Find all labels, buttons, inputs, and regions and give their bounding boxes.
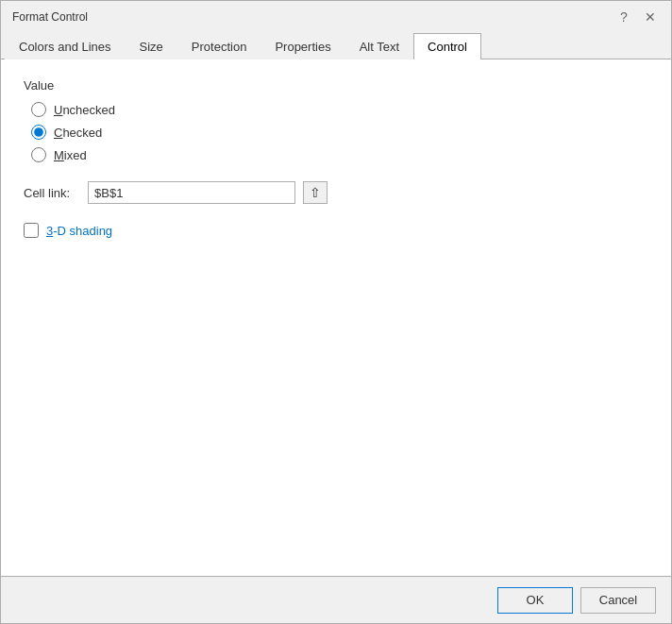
radio-label-unchecked: Unchecked [54,103,115,117]
shading-checkbox[interactable] [24,223,39,238]
radio-label-mixed: Mixed [54,148,87,162]
tab-protection[interactable]: Protection [177,33,261,59]
value-section-label: Value [24,78,648,93]
cell-link-select-button[interactable]: ⇧ [303,181,328,204]
tab-size[interactable]: Size [126,33,177,59]
radio-checked[interactable] [31,125,46,140]
radio-item-checked[interactable]: Checked [31,125,648,140]
dialog-content: Value Unchecked Checked Mixed Cell link: [1,59,671,576]
help-button[interactable]: ? [614,8,633,26]
radio-unchecked[interactable] [31,102,46,117]
cell-link-label: Cell link: [24,186,80,200]
shading-checkbox-row: 3-D shading [24,223,648,238]
dialog-title: Format Control [12,10,88,24]
cell-link-input[interactable] [88,181,295,204]
collapse-icon: ⇧ [310,185,321,200]
tab-colors-lines[interactable]: Colors and Lines [5,33,126,59]
close-button[interactable]: ✕ [641,8,660,26]
ok-button[interactable]: OK [497,587,573,614]
radio-mixed[interactable] [31,147,46,162]
radio-item-unchecked[interactable]: Unchecked [31,102,648,117]
value-radio-group: Unchecked Checked Mixed [31,102,648,162]
title-bar-right: ? ✕ [614,8,660,26]
tabs-container: Colors and Lines Size Protection Propert… [1,33,671,59]
tab-control[interactable]: Control [413,33,481,59]
radio-item-mixed[interactable]: Mixed [31,147,648,162]
dialog-footer: OK Cancel [1,576,671,623]
cancel-button[interactable]: Cancel [580,587,656,614]
title-bar: Format Control ? ✕ [1,1,671,33]
tab-properties[interactable]: Properties [260,33,344,59]
format-control-dialog: Format Control ? ✕ Colors and Lines Size… [0,0,672,624]
cell-link-row: Cell link: ⇧ [24,181,648,204]
title-bar-left: Format Control [12,10,88,24]
tab-alt-text[interactable]: Alt Text [345,33,413,59]
shading-label[interactable]: 3-D shading [46,224,112,238]
radio-label-checked: Checked [54,126,102,140]
